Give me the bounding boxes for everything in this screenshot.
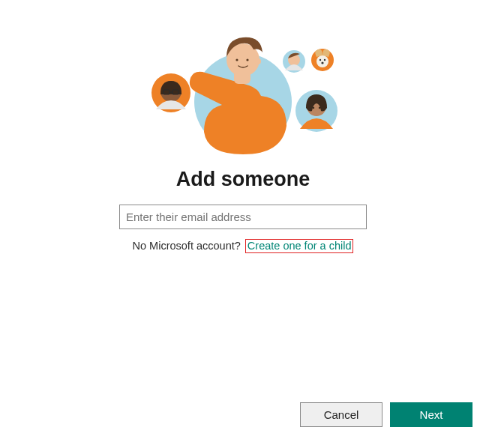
svg-point-18	[321, 61, 323, 64]
svg-point-16	[320, 59, 321, 61]
no-account-text: No Microsoft account?	[133, 240, 241, 252]
svg-point-22	[319, 107, 320, 109]
svg-point-21	[313, 107, 314, 109]
hero-illustration	[0, 0, 486, 160]
svg-point-5	[246, 58, 248, 61]
family-illustration	[130, 34, 356, 160]
no-account-row: No Microsoft account? Create one for a c…	[0, 240, 486, 252]
svg-point-15	[316, 55, 328, 67]
cancel-button[interactable]: Cancel	[300, 402, 382, 427]
email-field[interactable]	[119, 205, 367, 229]
svg-point-17	[324, 59, 326, 61]
create-child-account-link[interactable]: Create one for a child	[245, 239, 354, 253]
email-row	[0, 205, 486, 229]
svg-point-3	[255, 58, 261, 64]
next-button[interactable]: Next	[390, 402, 472, 427]
page-title: Add someone	[0, 168, 486, 191]
add-someone-dialog: Add someone No Microsoft account? Create…	[0, 0, 486, 448]
svg-point-4	[236, 58, 238, 61]
dialog-footer: Cancel Next	[300, 402, 472, 427]
